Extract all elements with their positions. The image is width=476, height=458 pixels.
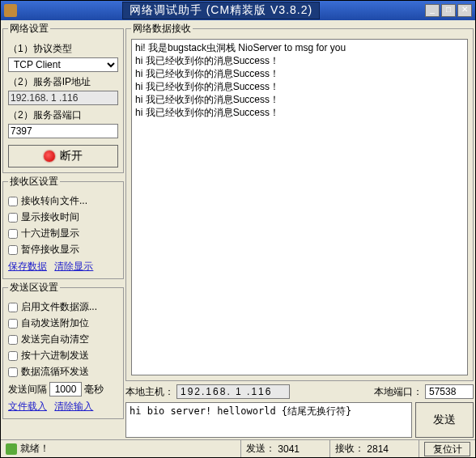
local-host-label: 本地主机： [125, 385, 174, 399]
loop-send-checkbox[interactable] [8, 367, 18, 377]
status-ready: 就绪！ [20, 442, 49, 456]
show-recv-time-checkbox[interactable] [8, 213, 18, 223]
auto-append-checkbox[interactable] [8, 319, 18, 329]
hex-send-checkbox[interactable] [8, 351, 18, 361]
hex-send-label: 按十六进制发送 [21, 349, 89, 363]
interval-input[interactable] [49, 382, 82, 397]
server-port-input[interactable] [8, 124, 118, 138]
status-ok-icon [6, 443, 17, 455]
reset-counter-button[interactable]: 复位计数 [424, 442, 470, 456]
pause-recv-label: 暂停接收显示 [21, 243, 79, 257]
network-settings-group: 网络设置 （1）协议类型 TCP Client （2）服务器IP地址 （2）服务… [2, 22, 124, 173]
recv-label: 接收： [335, 442, 364, 456]
recv-to-file-label: 接收转向文件... [21, 194, 87, 208]
minimize-button[interactable]: _ [425, 4, 440, 17]
statusbar: 就绪！ 发送： 3041 接收： 2814 复位计数 [1, 439, 475, 457]
server-ip-label: （2）服务器IP地址 [8, 75, 118, 89]
recv-value: 2814 [367, 443, 389, 455]
hex-display-label: 十六进制显示 [21, 227, 79, 240]
window-title: 网络调试助手 (CM精装版 V3.8.2) [122, 2, 320, 19]
send-settings-group: 发送区设置 启用文件数据源... 自动发送附加位 发送完自动清空 按十六进制发送… [2, 281, 124, 419]
pause-recv-checkbox[interactable] [8, 245, 18, 255]
clear-display-link[interactable]: 清除显示 [54, 261, 93, 272]
auto-clear-checkbox[interactable] [8, 335, 18, 345]
sent-value: 3041 [278, 443, 300, 455]
close-button[interactable]: ✕ [457, 4, 472, 17]
titlebar: 网络调试助手 (CM精装版 V3.8.2) _ □ ✕ [1, 1, 475, 20]
auto-clear-label: 发送完自动清空 [21, 333, 89, 346]
file-source-label: 启用文件数据源... [21, 300, 97, 314]
local-host-input[interactable] [176, 384, 290, 399]
hex-display-checkbox[interactable] [8, 229, 18, 239]
sent-label: 发送： [246, 442, 275, 456]
left-panel: 网络设置 （1）协议类型 TCP Client （2）服务器IP地址 （2）服务… [2, 22, 124, 438]
recv-data-title: 网络数据接收 [131, 22, 193, 36]
protocol-select[interactable]: TCP Client [8, 57, 118, 72]
app-icon [4, 4, 17, 17]
show-recv-time-label: 显示接收时间 [21, 210, 79, 224]
interval-label: 发送间隔 [8, 383, 47, 397]
auto-append-label: 自动发送附加位 [21, 316, 89, 330]
network-settings-title: 网络设置 [8, 22, 50, 36]
connection-status-icon [44, 151, 55, 162]
local-port-label: 本地端口： [374, 385, 423, 399]
save-data-link[interactable]: 保存数据 [8, 261, 47, 272]
file-source-checkbox[interactable] [8, 303, 18, 312]
recv-settings-group: 接收区设置 接收转向文件... 显示接收时间 十六进制显示 暂停接收显示 保存数… [2, 175, 124, 279]
recv-data-group: 网络数据接收 hi! 我是bugstack虫洞栈 NioServer to ms… [125, 22, 474, 381]
local-port-input[interactable] [425, 384, 474, 399]
recv-to-file-checkbox[interactable] [8, 197, 18, 206]
right-panel: 网络数据接收 hi! 我是bugstack虫洞栈 NioServer to ms… [125, 22, 474, 438]
interval-unit: 毫秒 [84, 383, 104, 397]
file-load-link[interactable]: 文件载入 [8, 401, 47, 412]
loop-send-label: 数据流循环发送 [21, 365, 89, 379]
disconnect-label: 断开 [60, 149, 83, 163]
recv-textarea[interactable]: hi! 我是bugstack虫洞栈 NioServer to msg for y… [131, 39, 468, 375]
app-window: 网络调试助手 (CM精装版 V3.8.2) _ □ ✕ 网络设置 （1）协议类型… [0, 0, 476, 458]
send-button[interactable]: 发送 [415, 402, 474, 438]
local-info-row: 本地主机： 本地端口： [125, 383, 474, 401]
server-port-label: （2）服务器端口 [8, 108, 118, 122]
maximize-button[interactable]: □ [441, 4, 456, 17]
clear-input-link[interactable]: 清除输入 [54, 401, 93, 412]
send-textarea[interactable]: hi bio server! helloworld {结尾无换行符} [125, 402, 412, 438]
recv-settings-title: 接收区设置 [8, 175, 60, 189]
send-settings-title: 发送区设置 [8, 281, 60, 295]
disconnect-button[interactable]: 断开 [8, 145, 118, 168]
server-ip-input[interactable] [8, 91, 118, 105]
protocol-label: （1）协议类型 [8, 42, 118, 56]
